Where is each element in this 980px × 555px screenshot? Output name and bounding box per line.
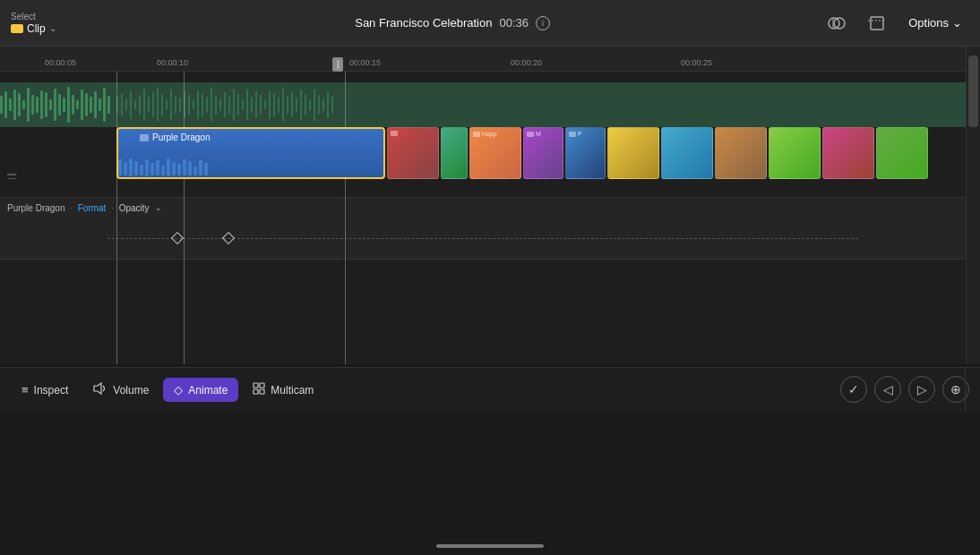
inspect-label: Inspect (34, 384, 69, 397)
clip-chevron-icon: ⌄ (49, 23, 56, 33)
vline-playhead (345, 72, 346, 364)
prev-keyframe-button[interactable]: ◁ (874, 376, 901, 403)
svg-rect-61 (255, 91, 257, 118)
waveform-svg (0, 82, 966, 127)
list-item[interactable] (387, 127, 439, 179)
ruler-time-4: 00:00:20 (511, 58, 542, 67)
track-container: Purple Dragon (0, 72, 966, 364)
svg-rect-72 (305, 94, 306, 115)
svg-rect-11 (27, 88, 30, 122)
ruler-time-2: 00:00:10 (157, 58, 188, 67)
svg-rect-54 (224, 92, 226, 117)
svg-rect-49 (202, 93, 203, 116)
list-item[interactable]: M (523, 127, 563, 179)
home-indicator (436, 544, 544, 548)
svg-rect-76 (322, 98, 324, 111)
svg-rect-37 (148, 97, 150, 113)
svg-rect-19 (63, 98, 65, 112)
vline-2 (184, 72, 185, 364)
svg-rect-32 (125, 98, 127, 111)
project-time: 00:36 (499, 16, 529, 30)
keyframe-diamond-2[interactable] (222, 232, 235, 244)
prev-keyframe-icon: ◁ (883, 382, 893, 397)
clip-purple-dragon[interactable]: Purple Dragon (116, 127, 385, 179)
timeline-ruler: 00:00:05 00:00:10 00:00:15 00:00:20 00:0… (0, 47, 966, 72)
svg-rect-22 (76, 100, 79, 109)
list-item[interactable] (876, 127, 928, 179)
svg-rect-39 (157, 88, 159, 122)
playhead-marker[interactable] (332, 57, 343, 72)
check-icon: ✓ (848, 382, 859, 397)
svg-rect-73 (309, 99, 311, 110)
clip-label-purple-dragon: Purple Dragon (140, 132, 210, 142)
list-item[interactable] (441, 127, 468, 179)
scrollbar-thumb[interactable] (968, 56, 978, 127)
volume-button[interactable]: Volume (82, 377, 159, 403)
left-expand-handle[interactable] (7, 167, 16, 185)
list-item[interactable] (607, 127, 659, 179)
color-wheels-button[interactable] (822, 11, 851, 36)
keyframe-track (0, 218, 966, 259)
svg-rect-36 (143, 89, 145, 121)
svg-rect-41 (166, 99, 168, 110)
next-keyframe-button[interactable]: ▷ (908, 376, 935, 403)
list-item[interactable] (822, 127, 874, 179)
project-info-icon[interactable]: i (536, 16, 550, 30)
svg-rect-10 (22, 100, 25, 109)
svg-rect-28 (103, 88, 106, 122)
svg-rect-27 (99, 98, 101, 111)
clip-selector[interactable]: Clip ⌄ (11, 22, 82, 35)
list-item[interactable] (769, 127, 821, 179)
svg-rect-6 (4, 91, 7, 118)
animate-button[interactable]: ◇ Animate (163, 378, 238, 402)
svg-rect-25 (90, 97, 92, 113)
multicam-label: Multicam (271, 384, 314, 397)
video-track: Purple Dragon (0, 127, 966, 179)
animate-icon: ◇ (174, 383, 183, 397)
keyframe-diamond-1[interactable] (171, 232, 184, 244)
svg-rect-64 (269, 90, 271, 119)
svg-rect-79 (118, 159, 122, 175)
list-item[interactable]: Happ (469, 127, 521, 179)
multicam-button[interactable]: Multicam (242, 377, 324, 403)
header-right: Options ⌄ (822, 11, 969, 36)
svg-rect-20 (67, 87, 70, 123)
svg-rect-50 (206, 97, 208, 113)
svg-rect-80 (124, 162, 127, 175)
svg-rect-7 (9, 98, 12, 111)
svg-rect-89 (172, 162, 176, 175)
options-button[interactable]: Options ⌄ (901, 13, 969, 33)
keyframe-label-row: Purple Dragon · Format · Opacity ⌄ (7, 198, 162, 218)
svg-rect-26 (94, 91, 97, 118)
svg-rect-82 (134, 161, 138, 175)
clip-thumb-icon (140, 134, 149, 141)
svg-rect-59 (246, 90, 248, 120)
svg-rect-43 (175, 96, 176, 114)
svg-rect-55 (228, 96, 230, 114)
keyframe-format-label[interactable]: Format (78, 203, 107, 213)
svg-rect-3 (871, 17, 883, 30)
inspect-button[interactable]: ≡ Inspect (11, 378, 79, 402)
svg-rect-44 (179, 98, 181, 112)
project-title: San Francisco Celebration (355, 16, 492, 30)
timeline-scrollbar[interactable] (966, 47, 980, 364)
clip-inner-waveform (118, 158, 385, 177)
svg-rect-65 (273, 93, 275, 116)
svg-rect-24 (85, 93, 88, 116)
keyframe-opacity-label[interactable]: Opacity (119, 203, 150, 213)
svg-rect-62 (260, 95, 262, 115)
crop-button[interactable] (862, 11, 890, 36)
keyframe-dashed-line (107, 238, 858, 239)
inspect-icon: ≡ (21, 383, 29, 397)
volume-icon (93, 382, 107, 397)
ruler-time-5: 00:00:25 (681, 58, 712, 67)
list-item[interactable] (661, 127, 713, 179)
list-item[interactable]: P (565, 127, 606, 179)
options-chevron-icon: ⌄ (952, 16, 962, 30)
svg-rect-67 (282, 88, 284, 122)
check-button[interactable]: ✓ (840, 376, 867, 403)
svg-rect-97 (254, 383, 258, 388)
svg-rect-33 (130, 90, 132, 119)
list-item[interactable] (715, 127, 767, 179)
next-keyframe-icon: ▷ (917, 382, 927, 397)
